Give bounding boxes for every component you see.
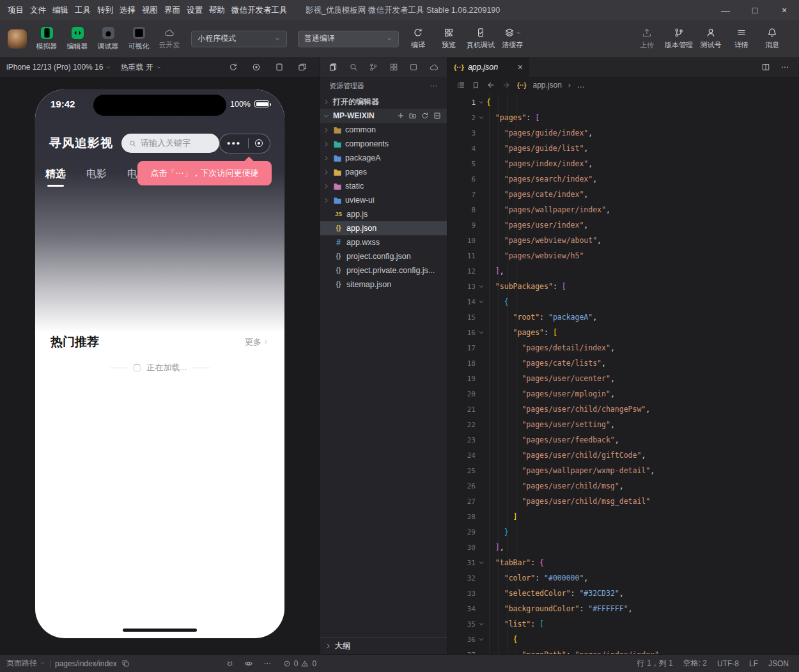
- cloud-icon[interactable]: [430, 63, 438, 72]
- code-line[interactable]: 13 "subPackages": [: [447, 279, 799, 294]
- toolbar-button-editor[interactable]: 编辑器: [63, 22, 91, 56]
- code-line[interactable]: 26 "pages/user/child/msg",: [447, 478, 799, 494]
- menu-item-8[interactable]: 设置: [183, 0, 206, 20]
- tree-item-app.wxss[interactable]: #app.wxss: [320, 235, 447, 249]
- code-line[interactable]: 22 "pages/user/setting",: [447, 417, 799, 432]
- more-actions-icon[interactable]: [780, 63, 789, 72]
- maximize-button[interactable]: □: [740, 0, 770, 20]
- device-select[interactable]: iPhone 12/13 (Pro) 100% 16: [6, 63, 111, 72]
- statusbar-cursor-position[interactable]: 行 1，列 1: [637, 658, 673, 669]
- code-line[interactable]: 25 "pages/wallpaper/wxmp-detail",: [447, 463, 799, 478]
- code-line[interactable]: 17 "pages/detail/index",: [447, 340, 799, 356]
- fold-toggle-icon[interactable]: [476, 329, 486, 336]
- code-line[interactable]: 10 "pages/webview/about",: [447, 233, 799, 248]
- code-line[interactable]: 8 "pages/wallpaper/index",: [447, 202, 799, 217]
- debug-icon[interactable]: [226, 659, 234, 668]
- tree-item-sitemap.json[interactable]: {}sitemap.json: [320, 277, 447, 292]
- explorer-icon[interactable]: [329, 63, 337, 72]
- root-folder-row[interactable]: MP-WEIXIN: [320, 109, 447, 123]
- menu-item-1[interactable]: 文件: [27, 0, 49, 20]
- toolbar-button-test-account[interactable]: 测试号: [697, 22, 725, 56]
- tree-item-app.json[interactable]: {}app.json: [320, 221, 447, 235]
- code-editor[interactable]: 1{2 "pages": [3 "pages/guide/index",4 "p…: [447, 93, 799, 654]
- toolbar-button-upload[interactable]: 上传: [633, 22, 661, 56]
- tree-item-components[interactable]: components: [320, 137, 447, 151]
- toolbar-button-version-control[interactable]: 版本管理: [663, 22, 694, 56]
- breadcrumb-file[interactable]: app.json: [532, 81, 561, 90]
- code-line[interactable]: 32 "color": "#000000",: [447, 570, 799, 586]
- close-miniprogram-button[interactable]: [255, 139, 263, 147]
- fold-toggle-icon[interactable]: [476, 299, 486, 305]
- statusbar-indent[interactable]: 空格: 2: [683, 658, 707, 669]
- menu-item-0[interactable]: 项目: [4, 0, 27, 20]
- menu-item-3[interactable]: 工具: [72, 0, 94, 20]
- code-line[interactable]: 35 "list": [: [447, 616, 799, 632]
- code-line[interactable]: 7 "pages/cate/index",: [447, 187, 799, 202]
- open-editors-row[interactable]: 打开的编辑器: [320, 95, 447, 109]
- page-path-dropdown[interactable]: 页面路径: [6, 658, 45, 669]
- tree-item-packageA[interactable]: packageA: [320, 151, 447, 165]
- fold-toggle-icon[interactable]: [476, 114, 486, 121]
- record-icon[interactable]: [252, 63, 261, 72]
- menu-item-7[interactable]: 界面: [161, 0, 183, 20]
- toolbar-button-messages[interactable]: 消息: [758, 22, 786, 56]
- statusbar-language[interactable]: JSON: [768, 659, 789, 668]
- code-line[interactable]: 37 "pagePath": "pages/index/index",: [447, 647, 799, 654]
- extensions-icon[interactable]: [389, 63, 398, 72]
- new-file-icon[interactable]: [397, 112, 405, 120]
- code-line[interactable]: 18 "pages/cate/lists",: [447, 356, 799, 371]
- more-menu-button[interactable]: ●●●: [227, 141, 241, 146]
- preview-icon[interactable]: [244, 659, 253, 668]
- more-link[interactable]: 更多: [245, 336, 269, 348]
- statusbar-eol[interactable]: LF: [749, 659, 758, 668]
- minimize-button[interactable]: —: [711, 0, 740, 20]
- outline-list-icon[interactable]: [456, 81, 465, 90]
- git-icon[interactable]: [369, 63, 378, 72]
- toolbar-button-cloud-dev[interactable]: 云开发: [155, 22, 183, 56]
- tree-item-static[interactable]: static: [320, 179, 447, 193]
- code-line[interactable]: 6 "pages/search/index",: [447, 171, 799, 187]
- fold-toggle-icon[interactable]: [476, 621, 486, 627]
- multi-window-icon[interactable]: [298, 63, 307, 72]
- tree-item-uview-ui[interactable]: uview-ui: [320, 193, 447, 207]
- code-line[interactable]: 28 ]: [447, 509, 799, 524]
- hot-reload-toggle[interactable]: 热重载 开: [120, 62, 161, 73]
- toolbar-button-visualizer[interactable]: 可视化: [125, 22, 153, 56]
- mode-select[interactable]: 小程序模式: [191, 31, 287, 47]
- breadcrumb-more[interactable]: …: [577, 81, 585, 90]
- code-line[interactable]: 33 "selectedColor": "#32CD32",: [447, 586, 799, 601]
- toolbar-button-compile[interactable]: 编译: [404, 22, 432, 56]
- code-line[interactable]: 16 "pages": [: [447, 325, 799, 340]
- search-input[interactable]: 请输入关键字: [121, 134, 219, 153]
- toolbar-button-device-debug[interactable]: 真机调试: [465, 22, 496, 56]
- back-icon[interactable]: [486, 81, 495, 90]
- more-icon[interactable]: [263, 659, 272, 668]
- compile-mode-select[interactable]: 普通编译: [298, 31, 399, 47]
- menu-item-9[interactable]: 帮助: [206, 0, 228, 20]
- code-line[interactable]: 30 ],: [447, 540, 799, 555]
- window-icon[interactable]: [409, 63, 418, 72]
- toolbar-button-details[interactable]: 详情: [727, 22, 756, 56]
- code-line[interactable]: 29 }: [447, 524, 799, 540]
- close-button[interactable]: ×: [770, 0, 799, 20]
- more-actions-icon[interactable]: [430, 82, 438, 90]
- tree-item-pages[interactable]: pages: [320, 165, 447, 179]
- code-line[interactable]: 2 "pages": [: [447, 110, 799, 125]
- phone-tab-1[interactable]: 精选: [45, 168, 66, 181]
- toolbar-button-simulator[interactable]: 模拟器: [33, 22, 61, 56]
- outline-section[interactable]: 大纲: [320, 637, 447, 654]
- tree-item-common[interactable]: common: [320, 123, 447, 137]
- toolbar-button-preview[interactable]: 预览: [435, 22, 463, 56]
- code-line[interactable]: 11 "pages/webview/h5": [447, 248, 799, 263]
- code-line[interactable]: 20 "pages/user/mplogin",: [447, 386, 799, 402]
- split-editor-icon[interactable]: [761, 63, 770, 72]
- tree-item-project.private.config.js...[interactable]: {}project.private.config.js...: [320, 263, 447, 277]
- code-line[interactable]: 12 ],: [447, 263, 799, 279]
- new-folder-icon[interactable]: [409, 112, 417, 120]
- code-line[interactable]: 15 "root": "packageA",: [447, 309, 799, 325]
- phone-tab-2[interactable]: 电影: [86, 168, 107, 181]
- code-line[interactable]: 1{: [447, 95, 799, 110]
- device-frame-icon[interactable]: [275, 63, 284, 72]
- tree-item-project.config.json[interactable]: {}project.config.json: [320, 249, 447, 263]
- fold-toggle-icon[interactable]: [476, 559, 486, 566]
